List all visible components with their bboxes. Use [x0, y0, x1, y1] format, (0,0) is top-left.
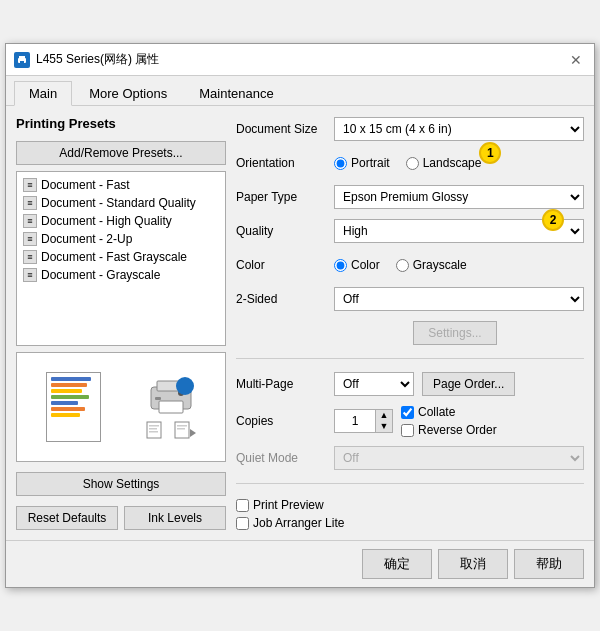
svg-rect-8 — [147, 422, 161, 438]
preset-icon: ≡ — [23, 250, 37, 264]
job-arranger-option[interactable]: Job Arranger Lite — [236, 516, 584, 530]
preset-icon: ≡ — [23, 268, 37, 282]
color-group: Color Grayscale — [334, 258, 467, 272]
reset-defaults-button[interactable]: Reset Defaults — [16, 506, 118, 530]
page-icon — [146, 421, 168, 439]
page-arrow-icon — [174, 421, 196, 439]
document-size-row: Document Size 10 x 15 cm (4 x 6 in) — [236, 116, 584, 142]
copies-options: Collate Reverse Order — [401, 405, 497, 437]
close-button[interactable]: ✕ — [566, 50, 586, 70]
collate-option[interactable]: Collate — [401, 405, 497, 419]
list-item[interactable]: ≡ Document - Standard Quality — [17, 194, 225, 212]
copies-up-button[interactable]: ▲ — [376, 410, 392, 421]
quality-control: High 2 — [334, 219, 584, 243]
list-item[interactable]: ≡ Document - Grayscale — [17, 266, 225, 284]
orientation-group: Portrait Landscape 1 — [334, 156, 481, 170]
quality-row: Quality High 2 — [236, 218, 584, 244]
show-settings-button[interactable]: Show Settings — [16, 472, 226, 496]
paper-type-label: Paper Type — [236, 190, 326, 204]
svg-rect-13 — [177, 425, 187, 427]
svg-rect-9 — [149, 425, 159, 427]
svg-rect-12 — [175, 422, 189, 438]
main-content: Printing Presets Add/Remove Presets... ≡… — [6, 106, 594, 540]
job-arranger-checkbox[interactable] — [236, 517, 249, 530]
settings-button: Settings... — [413, 321, 496, 345]
svg-rect-7 — [155, 397, 161, 400]
quiet-mode-select: Off — [334, 446, 584, 470]
two-sided-control: Off — [334, 287, 584, 311]
color-label: Color — [236, 258, 326, 272]
divider-2 — [236, 483, 584, 484]
page-order-button[interactable]: Page Order... — [422, 372, 515, 396]
portrait-radio[interactable] — [334, 157, 347, 170]
svg-rect-1 — [19, 56, 25, 59]
grayscale-option[interactable]: Grayscale — [396, 258, 467, 272]
reverse-order-option[interactable]: Reverse Order — [401, 423, 497, 437]
document-size-label: Document Size — [236, 122, 326, 136]
copies-row: Copies ▲ ▼ Collate — [236, 405, 584, 437]
document-size-select[interactable]: 10 x 15 cm (4 x 6 in) — [334, 117, 584, 141]
help-button[interactable]: 帮助 — [514, 549, 584, 579]
svg-rect-2 — [20, 61, 24, 63]
print-preview-option[interactable]: Print Preview — [236, 498, 584, 512]
grayscale-radio[interactable] — [396, 259, 409, 272]
badge-2: 2 — [542, 209, 564, 231]
list-item[interactable]: ≡ Document - High Quality — [17, 212, 225, 230]
print-preview-checkbox[interactable] — [236, 499, 249, 512]
titlebar: L455 Series(网络) 属性 ✕ — [6, 44, 594, 76]
list-item[interactable]: ≡ Document - Fast — [17, 176, 225, 194]
window-title: L455 Series(网络) 属性 — [36, 51, 159, 68]
copies-input[interactable] — [335, 410, 375, 432]
right-panel: Document Size 10 x 15 cm (4 x 6 in) Orie… — [236, 116, 584, 530]
tab-more-options[interactable]: More Options — [74, 81, 182, 106]
divider — [236, 358, 584, 359]
orientation-label: Orientation — [236, 156, 326, 170]
left-bottom-buttons: Show Settings — [16, 472, 226, 496]
multi-page-select[interactable]: Off — [334, 372, 414, 396]
multi-page-row: Multi-Page Off Page Order... — [236, 371, 584, 397]
collate-checkbox[interactable] — [401, 406, 414, 419]
two-sided-row: 2-Sided Off — [236, 286, 584, 312]
color-option[interactable]: Color — [334, 258, 380, 272]
landscape-radio[interactable] — [406, 157, 419, 170]
document-size-control: 10 x 15 cm (4 x 6 in) — [334, 117, 584, 141]
paper-type-select[interactable]: Epson Premium Glossy — [334, 185, 584, 209]
multi-page-label: Multi-Page — [236, 377, 326, 391]
printing-presets-title: Printing Presets — [16, 116, 226, 131]
multi-page-controls: Off Page Order... — [334, 372, 584, 396]
left-panel: Printing Presets Add/Remove Presets... ≡… — [16, 116, 226, 530]
quiet-mode-row: Quiet Mode Off — [236, 445, 584, 471]
add-remove-presets-button[interactable]: Add/Remove Presets... — [16, 141, 226, 165]
preset-icon: ≡ — [23, 232, 37, 246]
preset-icon: ≡ — [23, 178, 37, 192]
titlebar-left: L455 Series(网络) 属性 — [14, 51, 159, 68]
tab-maintenance[interactable]: Maintenance — [184, 81, 288, 106]
ok-button[interactable]: 确定 — [362, 549, 432, 579]
paper-type-control: Epson Premium Glossy — [334, 185, 584, 209]
reverse-order-checkbox[interactable] — [401, 424, 414, 437]
two-sided-select[interactable]: Off — [334, 287, 584, 311]
two-sided-label: 2-Sided — [236, 292, 326, 306]
paper-type-row: Paper Type Epson Premium Glossy — [236, 184, 584, 210]
printer-icon — [14, 52, 30, 68]
svg-marker-15 — [190, 429, 196, 437]
svg-rect-11 — [149, 431, 158, 433]
settings-row: Settings... — [236, 320, 584, 346]
footer-checkboxes: Print Preview Job Arranger Lite — [236, 498, 584, 530]
ink-levels-button[interactable]: Ink Levels — [124, 506, 226, 530]
quiet-mode-control: Off — [334, 446, 584, 470]
preset-icon: ≡ — [23, 214, 37, 228]
badge-1: 1 — [479, 142, 501, 164]
list-item[interactable]: ≡ Document - 2-Up — [17, 230, 225, 248]
tab-main[interactable]: Main — [14, 81, 72, 106]
left-action-buttons: Reset Defaults Ink Levels — [16, 506, 226, 530]
svg-rect-14 — [177, 428, 185, 430]
portrait-option[interactable]: Portrait — [334, 156, 390, 170]
list-item[interactable]: ≡ Document - Fast Grayscale — [17, 248, 225, 266]
cancel-button[interactable]: 取消 — [438, 549, 508, 579]
quality-label: Quality — [236, 224, 326, 238]
copies-down-button[interactable]: ▼ — [376, 421, 392, 432]
bottom-bar: 确定 取消 帮助 — [6, 540, 594, 587]
color-radio[interactable] — [334, 259, 347, 272]
landscape-option[interactable]: Landscape 1 — [406, 156, 482, 170]
